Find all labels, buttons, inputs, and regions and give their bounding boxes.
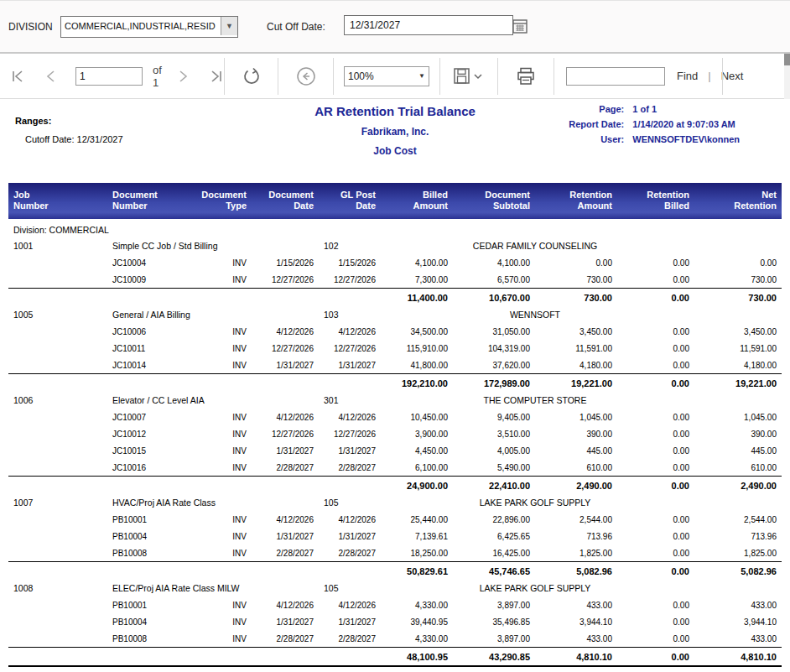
gl-post-date: 1/31/2027 xyxy=(319,613,381,630)
chevron-down-icon: ▼ xyxy=(418,72,425,80)
total-amount: 0.00 xyxy=(617,666,694,672)
job-description: Simple CC Job / Std Billing xyxy=(107,237,252,254)
job-header-row: 1006Elevator / CC Level AIA301THE COMPUT… xyxy=(8,392,782,409)
subtotal-amount: 5,082.96 xyxy=(694,562,782,581)
gl-post-date: 1/15/2026 xyxy=(319,254,381,271)
subtotal-amount: 0.00 xyxy=(617,477,694,495)
refresh-icon[interactable] xyxy=(242,67,261,86)
cell xyxy=(8,357,107,374)
back-icon[interactable] xyxy=(296,66,316,86)
previous-page-button[interactable] xyxy=(44,69,57,84)
division-total-label: Division COMMERCIAL xyxy=(8,666,107,672)
document-date: 12/27/2026 xyxy=(252,425,319,442)
cell xyxy=(381,306,453,323)
amount-cell: 31,050.00 xyxy=(453,323,535,340)
subtotal-amount: 192,210.00 xyxy=(381,374,453,393)
document-number: JC10015 xyxy=(107,442,196,459)
find-button[interactable]: Find xyxy=(677,70,698,82)
chevron-down-icon[interactable]: ▼ xyxy=(221,17,237,35)
cell xyxy=(8,374,381,393)
amount-cell: 18,250.00 xyxy=(381,544,453,562)
zoom-select[interactable]: 100% ▼ xyxy=(344,66,429,86)
amount-cell: 1,045.00 xyxy=(694,409,782,425)
cell xyxy=(8,511,107,528)
amount-cell: 0.00 xyxy=(617,442,694,459)
subtotal-amount: 10,670.00 xyxy=(453,289,535,307)
report-viewer-window: DIVISION COMMERCIAL,INDUSTRIAL,RESID ▼ C… xyxy=(0,0,790,672)
subtotal-amount: 50,829.61 xyxy=(381,562,453,581)
subtotal-amount: 730.00 xyxy=(535,289,617,307)
cell xyxy=(617,306,782,323)
document-type: INV xyxy=(196,511,252,528)
customer-number: 105 xyxy=(319,580,381,596)
amount-cell: 10,450.00 xyxy=(381,409,453,425)
amount-cell: 11,591.00 xyxy=(694,340,782,357)
amount-cell: 0.00 xyxy=(617,271,694,289)
amount-cell: 7,300.00 xyxy=(381,271,453,289)
save-export-button[interactable] xyxy=(453,67,485,86)
find-next-divider: | xyxy=(708,70,710,82)
total-amount: 295,106.50 xyxy=(453,666,535,672)
toolbar-separator xyxy=(722,58,723,95)
amount-cell: 4,330.00 xyxy=(381,630,453,648)
amount-cell: 730.00 xyxy=(694,271,782,289)
job-number: 1001 xyxy=(8,237,107,254)
cell xyxy=(8,613,107,630)
amount-cell: 0.00 xyxy=(617,409,694,425)
scrollbar-thumb[interactable] xyxy=(784,54,790,65)
subtotal-amount: 0.00 xyxy=(617,374,694,393)
document-number: JC10014 xyxy=(107,357,196,374)
amount-cell: 610.00 xyxy=(694,459,782,477)
cell xyxy=(252,237,319,254)
job-subtotal-row: 50,829.6145,746.655,082.960.005,082.96 xyxy=(8,562,782,581)
gl-post-date: 4/12/2026 xyxy=(319,511,381,528)
job-header-row: 1007HVAC/Proj AIA Rate Class105LAKE PARK… xyxy=(8,494,782,511)
division-group-row: Division: COMMERCIAL xyxy=(8,219,782,237)
amount-cell: 0.00 xyxy=(617,254,694,271)
column-header: GL Post Date xyxy=(319,183,381,219)
cutoff-date-label: Cut Off Date: xyxy=(267,21,325,33)
customer-number: 105 xyxy=(319,494,381,511)
find-input[interactable] xyxy=(566,67,665,86)
document-number: PB10008 xyxy=(107,630,196,648)
amount-cell: 0.00 xyxy=(617,596,694,613)
next-button[interactable]: Next xyxy=(721,70,744,82)
page-number-input[interactable] xyxy=(75,67,143,86)
cutoff-date-input[interactable] xyxy=(344,15,513,35)
gl-post-date: 4/12/2026 xyxy=(319,323,381,340)
calendar-icon[interactable] xyxy=(511,17,529,35)
amount-cell: 390.00 xyxy=(694,425,782,442)
document-type: INV xyxy=(196,340,252,357)
amount-cell: 11,591.00 xyxy=(535,340,617,357)
document-type: INV xyxy=(196,596,252,613)
amount-cell: 0.00 xyxy=(617,511,694,528)
amount-cell: 34,500.00 xyxy=(381,323,453,340)
document-row: PB10001INV4/12/20264/12/202625,440.0022,… xyxy=(8,511,782,528)
subtotal-amount: 2,490.00 xyxy=(535,477,617,495)
column-header: Retention Amount xyxy=(535,183,617,219)
user-label: User: xyxy=(547,134,624,144)
retention-table: Job NumberDocument NumberDocument TypeDo… xyxy=(8,183,782,672)
amount-cell: 0.00 xyxy=(617,459,694,477)
report-table-body: Division: COMMERCIAL1001Simple CC Job / … xyxy=(8,219,782,672)
subtotal-amount: 0.00 xyxy=(617,289,694,307)
amount-cell: 5,490.00 xyxy=(453,459,535,477)
first-page-button[interactable] xyxy=(10,69,25,84)
amount-cell: 9,405.00 xyxy=(453,409,535,425)
document-type: INV xyxy=(196,528,252,544)
column-header: Document Type xyxy=(196,183,252,219)
document-date: 1/31/2027 xyxy=(252,528,319,544)
document-type: INV xyxy=(196,409,252,425)
amount-cell: 7,139.61 xyxy=(381,528,453,544)
next-page-button[interactable] xyxy=(177,69,190,84)
document-date: 1/15/2026 xyxy=(252,254,319,271)
amount-cell: 4,100.00 xyxy=(453,254,535,271)
document-date: 2/28/2027 xyxy=(252,459,319,477)
document-date: 1/31/2027 xyxy=(252,613,319,630)
division-dropdown[interactable]: COMMERCIAL,INDUSTRIAL,RESID ▼ xyxy=(60,16,238,38)
last-page-button[interactable] xyxy=(209,69,224,84)
amount-cell: 390.00 xyxy=(535,425,617,442)
print-icon[interactable] xyxy=(516,66,536,86)
cell xyxy=(8,648,381,667)
gl-post-date: 4/12/2026 xyxy=(319,596,381,613)
